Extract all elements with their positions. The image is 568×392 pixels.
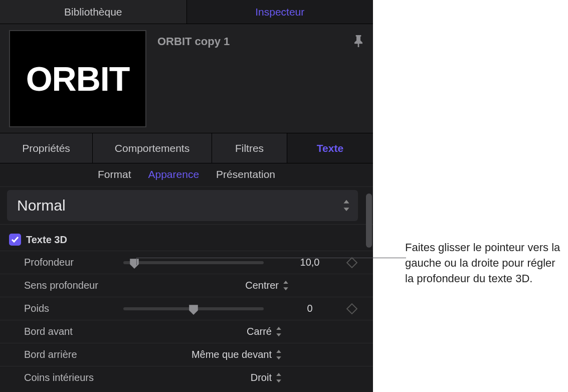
- tab-inspector[interactable]: Inspecteur: [187, 0, 373, 24]
- callout-text: Faites glisser le pointeur vers la gauch…: [405, 240, 565, 287]
- param-back-edge: Bord arrière Même que devant: [0, 343, 373, 366]
- section-title: Texte 3D: [26, 234, 67, 246]
- thumbnail-text: ORBIT: [26, 59, 130, 98]
- tab-library[interactable]: Bibliothèque: [0, 0, 187, 24]
- object-header-right: ORBIT copy 1: [152, 24, 373, 133]
- updown-icon: [343, 200, 350, 211]
- updown-icon: [276, 327, 282, 336]
- subtab-appearance[interactable]: Apparence: [148, 168, 200, 180]
- object-thumbnail: ORBIT: [9, 30, 146, 127]
- style-popup-wrap: Normal: [0, 186, 373, 225]
- updown-icon: [283, 281, 289, 290]
- inspector-panel: Bibliothèque Inspecteur ORBIT ORBIT copy…: [0, 0, 373, 392]
- tab-text[interactable]: Texte: [287, 133, 373, 163]
- param-depth-direction: Sens profondeur Centrer: [0, 274, 373, 297]
- appearance-style-popup[interactable]: Normal: [7, 190, 358, 221]
- tab-filters[interactable]: Filtres: [212, 133, 287, 163]
- thumbnail-wrap: ORBIT: [0, 24, 152, 133]
- back-edge-label: Bord arrière: [24, 349, 123, 360]
- slider-thumb-icon[interactable]: [188, 304, 199, 315]
- depth-slider[interactable]: [123, 261, 264, 264]
- text-subtabs: Format Apparence Présentation: [0, 163, 373, 186]
- object-title: ORBIT copy 1: [157, 35, 365, 48]
- check-icon: [11, 236, 19, 244]
- pin-icon[interactable]: [354, 35, 363, 47]
- front-edge-label: Bord avant: [24, 326, 123, 337]
- slider-thumb-icon[interactable]: [129, 258, 140, 269]
- param-front-edge: Bord avant Carré: [0, 320, 373, 343]
- weight-keyframe[interactable]: [346, 303, 358, 314]
- depth-direction-label: Sens profondeur: [24, 280, 123, 291]
- weight-value[interactable]: 0: [275, 303, 345, 314]
- callout-leader-line: [136, 258, 406, 258]
- depth-direction-popup[interactable]: Centrer: [245, 280, 356, 291]
- weight-label: Poids: [24, 303, 123, 314]
- back-edge-value: Même que devant: [192, 349, 272, 360]
- front-edge-value: Carré: [247, 326, 272, 337]
- inside-corners-popup[interactable]: Droit: [251, 372, 356, 383]
- depth-direction-value: Centrer: [245, 280, 279, 291]
- panel-tabs: Bibliothèque Inspecteur: [0, 0, 373, 24]
- back-edge-popup[interactable]: Même que devant: [192, 349, 356, 360]
- texte3d-checkbox[interactable]: [9, 234, 21, 246]
- subtab-layout[interactable]: Présentation: [216, 168, 275, 180]
- appearance-style-value: Normal: [17, 197, 66, 214]
- weight-slider[interactable]: [123, 307, 264, 310]
- param-depth: Profondeur 10,0: [0, 251, 373, 274]
- param-weight: Poids 0: [0, 297, 373, 320]
- front-edge-popup[interactable]: Carré: [247, 326, 356, 337]
- inside-corners-value: Droit: [251, 372, 272, 383]
- depth-keyframe[interactable]: [346, 257, 358, 268]
- param-inside-corners: Coins intérieurs Droit: [0, 366, 373, 389]
- section-texte3d: Texte 3D: [0, 225, 373, 251]
- inspector-tabs: Propriétés Comportements Filtres Texte: [0, 133, 373, 163]
- inside-corners-label: Coins intérieurs: [24, 372, 123, 383]
- depth-value[interactable]: 10,0: [275, 257, 345, 268]
- updown-icon: [276, 350, 282, 359]
- callout-leader-drop: [136, 258, 137, 265]
- tab-properties[interactable]: Propriétés: [0, 133, 93, 163]
- subtab-format[interactable]: Format: [98, 168, 131, 180]
- object-header: ORBIT ORBIT copy 1: [0, 24, 373, 133]
- scrollbar-thumb[interactable]: [366, 193, 372, 248]
- updown-icon: [276, 373, 282, 382]
- param-depth-label: Profondeur: [24, 257, 123, 268]
- tab-behaviors[interactable]: Comportements: [93, 133, 212, 163]
